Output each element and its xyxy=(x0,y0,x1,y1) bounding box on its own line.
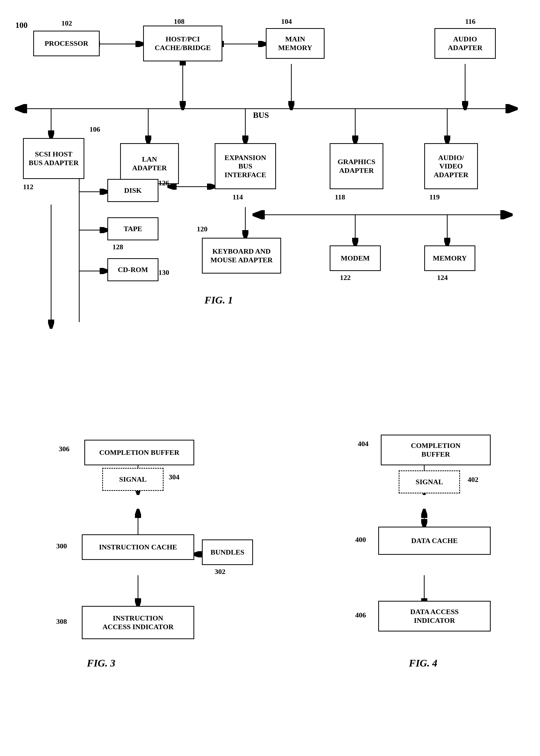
memory-box: MEMORY xyxy=(424,245,475,271)
scsi-label: SCSI HOST BUS ADAPTER xyxy=(29,150,78,167)
scsi-box: SCSI HOST BUS ADAPTER xyxy=(23,138,84,179)
ref-116: 116 xyxy=(465,17,475,26)
fig4-data-access-box: DATA ACCESS INDICATOR xyxy=(378,601,491,632)
fig4-data-access-label: DATA ACCESS INDICATOR xyxy=(410,607,459,625)
ref-100-label: 100 xyxy=(15,20,28,30)
ref-122: 122 xyxy=(340,273,350,282)
ref-404: 404 xyxy=(358,440,368,448)
fig3-instruction-access-label: INSTRUCTION ACCESS INDICATOR xyxy=(102,614,174,631)
fig3-signal-box: SIGNAL xyxy=(102,468,164,491)
fig4-title: FIG. 4 xyxy=(409,657,437,669)
ref-112: 112 xyxy=(23,183,33,191)
fig3-completion-buffer-box: COMPLETION BUFFER xyxy=(84,440,194,465)
ref-306: 306 xyxy=(59,445,69,453)
ref-126: 126 xyxy=(159,179,169,187)
host-pci-box: HOST/PCI CACHE/BRIDGE xyxy=(143,26,222,61)
arrows-svg xyxy=(0,0,540,756)
disk-box: DISK xyxy=(107,179,159,202)
audio-video-label: AUDIO/ VIDEO ADAPTER xyxy=(434,153,468,179)
fig4-completion-buffer-box: COMPLETION BUFFER xyxy=(381,435,491,465)
fig3-instruction-cache-label: INSTRUCTION CACHE xyxy=(99,543,177,551)
memory-label: MEMORY xyxy=(433,254,467,262)
fig3-completion-buffer-label: COMPLETION BUFFER xyxy=(99,448,179,457)
disk-label: DISK xyxy=(124,186,142,195)
tape-label: TAPE xyxy=(124,225,142,233)
fig4-data-cache-box: DATA CACHE xyxy=(378,527,491,555)
ref-104: 104 xyxy=(281,17,292,26)
expansion-bus-box: EXPANSION BUS INTERFACE xyxy=(215,143,276,189)
fig3-bundles-label: BUNDLES xyxy=(210,548,244,556)
keyboard-mouse-label: KEYBOARD AND MOUSE ADAPTER xyxy=(210,247,272,264)
processor-box: PROCESSOR xyxy=(33,31,100,56)
ref-124: 124 xyxy=(437,273,448,282)
fig3-instruction-cache-box: INSTRUCTION CACHE xyxy=(82,534,194,560)
main-memory-label: MAIN MEMORY xyxy=(278,35,312,52)
host-pci-label: HOST/PCI CACHE/BRIDGE xyxy=(155,35,210,52)
cd-rom-label: CD-ROM xyxy=(118,265,148,274)
ref-120: 120 xyxy=(197,225,207,233)
ref-130: 130 xyxy=(159,268,169,277)
fig4-data-cache-label: DATA CACHE xyxy=(411,536,458,545)
cd-rom-box: CD-ROM xyxy=(107,258,159,281)
fig3-title: FIG. 3 xyxy=(87,657,115,669)
fig4-signal-label: SIGNAL xyxy=(416,478,443,486)
modem-box: MODEM xyxy=(330,245,381,271)
fig3-bundles-box: BUNDLES xyxy=(202,539,253,565)
ref-300: 300 xyxy=(56,542,67,550)
main-memory-box: MAIN MEMORY xyxy=(266,28,325,59)
lan-adapter-label: LAN ADAPTER xyxy=(132,155,167,172)
fig4-signal-box: SIGNAL xyxy=(399,470,460,494)
expansion-bus-label: EXPANSION BUS INTERFACE xyxy=(225,153,266,179)
ref-402: 402 xyxy=(468,476,478,484)
fig3-signal-label: SIGNAL xyxy=(119,475,146,484)
processor-label: PROCESSOR xyxy=(45,39,88,48)
diagram-container: 100 PROCESSOR 102 HOST/PCI CACHE/BRIDGE … xyxy=(0,0,540,756)
audio-video-box: AUDIO/ VIDEO ADAPTER xyxy=(424,143,478,189)
bus-label: BUS xyxy=(253,110,269,120)
ref-119: 119 xyxy=(429,193,440,201)
ref-102: 102 xyxy=(61,19,72,27)
lan-adapter-box: LAN ADAPTER xyxy=(120,143,179,184)
ref-108: 108 xyxy=(174,17,185,26)
ref-118: 118 xyxy=(335,193,345,201)
fig4-completion-buffer-label: COMPLETION BUFFER xyxy=(411,441,461,458)
graphics-adapter-label: GRAPHICS ADAPTER xyxy=(338,158,375,175)
audio-adapter-label: AUDIO ADAPTER xyxy=(448,35,482,52)
audio-adapter-box: AUDIO ADAPTER xyxy=(435,28,496,59)
ref-406: 406 xyxy=(355,611,366,619)
ref-304: 304 xyxy=(169,473,180,481)
keyboard-mouse-box: KEYBOARD AND MOUSE ADAPTER xyxy=(202,238,281,273)
modem-label: MODEM xyxy=(341,254,370,262)
ref-302: 302 xyxy=(215,567,225,576)
graphics-adapter-box: GRAPHICS ADAPTER xyxy=(330,143,383,189)
fig1-title: FIG. 1 xyxy=(204,294,233,306)
tape-box: TAPE xyxy=(107,217,159,240)
ref-308: 308 xyxy=(56,617,67,626)
fig3-instruction-access-box: INSTRUCTION ACCESS INDICATOR xyxy=(82,606,194,639)
ref-128: 128 xyxy=(112,243,123,251)
ref-114: 114 xyxy=(232,193,243,201)
ref-106: 106 xyxy=(89,125,100,133)
ref-400: 400 xyxy=(355,535,366,544)
